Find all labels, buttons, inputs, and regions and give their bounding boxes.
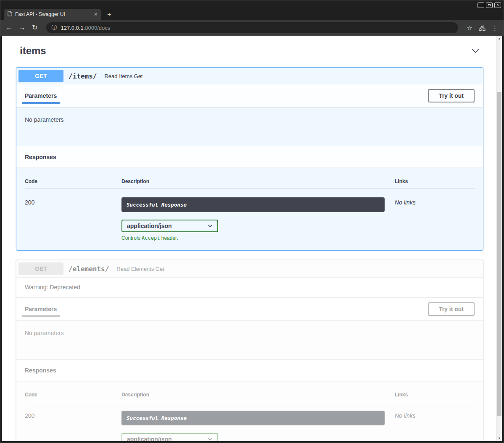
minimize-button[interactable] <box>478 3 484 8</box>
endpoint-summary: Read Elements Get <box>113 266 164 272</box>
opblock-get-elements-deprecated: GET /elements/ Read Elements Get Warning… <box>16 260 483 441</box>
new-tab-button[interactable]: + <box>107 11 111 18</box>
response-description-cell: Successful Response application/json Con… <box>121 411 395 441</box>
try-it-out-button[interactable]: Try it out <box>428 302 475 316</box>
responses-table: Code Description Links 200 Successful Re… <box>16 381 483 441</box>
responses-table-head: Code Description Links <box>25 172 475 189</box>
browser-window: × Fast API - Swagger UI × + ← → ↻ ⓘ 127.… <box>0 0 504 443</box>
accept-header-note: Controls Accept header. <box>121 235 395 241</box>
close-icon: × <box>496 3 499 7</box>
accept-note-suffix: header. <box>160 235 178 241</box>
titlebar: × <box>0 0 504 8</box>
forward-icon[interactable]: → <box>19 24 26 31</box>
response-row: 200 Successful Response application/json… <box>25 402 475 441</box>
parameters-header: Parameters Try it out <box>16 84 483 107</box>
parameters-header: Parameters Try it out <box>16 297 483 320</box>
opblock-summary[interactable]: GET /items/ Read Items Get <box>16 68 483 84</box>
back-icon[interactable]: ← <box>6 24 13 31</box>
response-code: 200 <box>25 197 121 241</box>
deprecated-warning: Warning: Deprecated <box>16 277 483 297</box>
reload-icon[interactable]: ↻ <box>32 24 37 31</box>
parameters-tab[interactable]: Parameters <box>25 306 57 312</box>
chevron-down-icon[interactable] <box>471 46 480 55</box>
site-info-icon[interactable]: ⓘ <box>51 24 57 31</box>
response-links: No links <box>395 197 475 241</box>
endpoint-path: /elements/ <box>63 265 113 273</box>
swagger-ui: items GET /items/ Read Items Get Paramet… <box>2 36 496 441</box>
content-area: items GET /items/ Read Items Get Paramet… <box>0 36 504 443</box>
opblock-summary[interactable]: GET /elements/ Read Elements Get <box>16 260 483 277</box>
media-type-value: application/json <box>127 223 172 229</box>
accept-note-prefix: Controls <box>121 235 142 241</box>
response-description: Successful Response <box>121 197 385 212</box>
code-column-header: Code <box>25 178 121 184</box>
close-button[interactable]: × <box>494 3 501 8</box>
response-description: Successful Response <box>121 411 385 425</box>
url-text: 127.0.0.1:8000/docs <box>61 25 110 31</box>
parameters-tab[interactable]: Parameters <box>25 92 57 99</box>
endpoint-summary: Read Items Get <box>101 73 142 79</box>
browser-tab[interactable]: Fast API - Swagger UI × <box>4 9 101 20</box>
responses-table-head: Code Description Links <box>25 385 475 402</box>
response-description-cell: Successful Response application/json Con… <box>121 197 395 241</box>
select-chevron-icon <box>208 438 213 441</box>
address-bar[interactable]: ⓘ 127.0.0.1:8000/docs <box>46 22 458 33</box>
select-chevron-icon <box>208 224 213 228</box>
url-path: :8000/docs <box>84 25 111 31</box>
maximize-icon <box>488 4 491 6</box>
scrollbar-thumb[interactable] <box>497 92 501 416</box>
maximize-button[interactable] <box>486 3 493 8</box>
section-title: items <box>20 45 46 57</box>
media-type-value: application/json <box>127 436 172 441</box>
no-parameters-text: No parameters <box>16 107 483 146</box>
url-host: 127.0.0.1 <box>61 25 83 31</box>
scroll-up-icon[interactable]: ▲ <box>497 37 502 40</box>
links-column-header: Links <box>395 178 475 184</box>
response-row: 200 Successful Response application/json… <box>25 189 475 241</box>
description-column-header: Description <box>121 392 395 398</box>
links-column-header: Links <box>395 392 475 398</box>
minimize-icon <box>480 6 483 6</box>
browser-toolbar: ← → ↻ ⓘ 127.0.0.1:8000/docs ☆ ⋮ <box>0 20 504 36</box>
no-parameters-text: No parameters <box>16 320 483 359</box>
tag-section-header[interactable]: items <box>16 43 483 62</box>
media-type-select[interactable]: application/json <box>121 220 218 232</box>
menu-icon[interactable]: ⋮ <box>492 25 498 31</box>
page-viewport: items GET /items/ Read Items Get Paramet… <box>2 36 496 441</box>
media-type-select[interactable]: application/json <box>121 433 218 441</box>
try-it-out-button[interactable]: Try it out <box>428 89 475 102</box>
sitemap-icon[interactable] <box>479 24 486 31</box>
responses-heading: Responses <box>25 154 56 160</box>
scrollbar[interactable]: ▲ ▼ <box>496 36 502 441</box>
document-icon <box>8 10 12 18</box>
responses-table: Code Description Links 200 Successful Re… <box>16 168 483 250</box>
code-column-header: Code <box>25 392 121 398</box>
method-badge: GET <box>18 262 63 275</box>
accept-code: Accept <box>142 235 160 241</box>
tab-strip: Fast API - Swagger UI × + <box>0 8 504 20</box>
opblock-get-items: GET /items/ Read Items Get Parameters Tr… <box>16 67 483 251</box>
responses-header: Responses <box>16 146 483 168</box>
response-links: No links <box>395 411 475 441</box>
response-code: 200 <box>25 411 121 441</box>
method-badge: GET <box>18 70 63 82</box>
responses-heading: Responses <box>25 367 56 374</box>
scroll-down-icon[interactable]: ▼ <box>497 437 502 440</box>
description-column-header: Description <box>121 178 395 184</box>
tab-close-icon[interactable]: × <box>94 11 98 17</box>
bookmark-star-icon[interactable]: ☆ <box>467 25 472 31</box>
tab-title: Fast API - Swagger UI <box>15 11 91 17</box>
responses-header: Responses <box>16 359 483 381</box>
endpoint-path: /items/ <box>63 72 101 80</box>
